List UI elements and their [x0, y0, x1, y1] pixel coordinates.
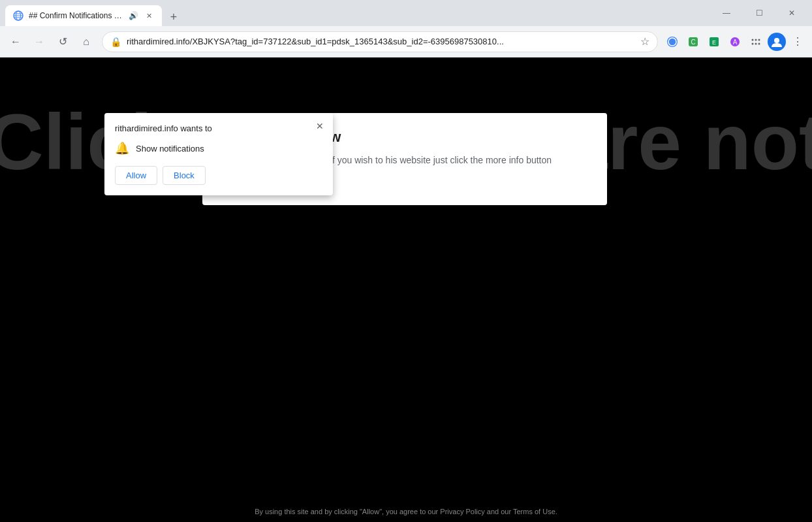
- url-text: rithardimired.info/XBJKYSA?tag_id=737122…: [127, 37, 635, 46]
- window-controls: — ☐ ✕: [711, 3, 807, 24]
- extension-4[interactable]: A: [726, 33, 744, 51]
- browser-menu-button[interactable]: ⋮: [789, 33, 807, 51]
- refresh-button[interactable]: ↺: [52, 31, 73, 52]
- home-button[interactable]: ⌂: [76, 31, 97, 52]
- svg-point-14: [758, 39, 760, 41]
- block-button[interactable]: Block: [163, 166, 206, 185]
- bell-icon: 🔔: [115, 141, 129, 155]
- active-tab[interactable]: ## Confirm Notifications ## 🔊 ✕: [5, 5, 162, 26]
- popup-close-button[interactable]: ✕: [312, 118, 328, 134]
- tab-close-button[interactable]: ✕: [144, 10, 154, 21]
- address-bar[interactable]: 🔒 rithardimired.info/XBJKYSA?tag_id=7371…: [102, 31, 658, 52]
- footer-text: By using this site and by clicking "Allo…: [255, 508, 557, 515]
- notification-popup: ✕ rithardimired.info wants to 🔔 Show not…: [104, 113, 333, 195]
- webpage: Click ou are not close this window close…: [0, 57, 812, 522]
- svg-point-17: [758, 42, 760, 44]
- back-button[interactable]: ←: [5, 31, 26, 52]
- extension-3[interactable]: E: [705, 33, 723, 51]
- popup-title: rithardimired.info wants to: [115, 123, 322, 133]
- tab-audio-icon: 🔊: [128, 10, 138, 21]
- browser-window: ## Confirm Notifications ## 🔊 ✕ + — ☐ ✕ …: [0, 0, 812, 522]
- title-bar: ## Confirm Notifications ## 🔊 ✕ + — ☐ ✕: [0, 0, 812, 26]
- svg-point-18: [774, 38, 779, 43]
- svg-point-13: [755, 39, 757, 41]
- svg-point-12: [752, 39, 754, 41]
- svg-point-15: [752, 42, 754, 44]
- popup-buttons: Allow Block: [115, 166, 322, 185]
- nav-bar: ← → ↺ ⌂ 🔒 rithardimired.info/XBJKYSA?tag…: [0, 26, 812, 57]
- tab-favicon: [13, 10, 23, 21]
- popup-permission-row: 🔔 Show notifications: [115, 141, 322, 155]
- allow-button[interactable]: Allow: [115, 166, 157, 185]
- close-button[interactable]: ✕: [777, 3, 807, 24]
- extension-1[interactable]: [663, 33, 681, 51]
- minimize-button[interactable]: —: [711, 3, 742, 24]
- svg-point-16: [755, 42, 757, 44]
- tab-title: ## Confirm Notifications ##: [29, 11, 123, 20]
- tab-bar: ## Confirm Notifications ## 🔊 ✕ +: [5, 0, 709, 26]
- lock-icon: 🔒: [110, 37, 121, 47]
- extensions-menu[interactable]: [747, 33, 765, 51]
- permission-label: Show notifications: [136, 144, 204, 154]
- svg-text:A: A: [733, 39, 738, 46]
- extensions-area: C E A ⋮: [663, 33, 807, 51]
- bookmark-icon[interactable]: ☆: [640, 35, 649, 48]
- forward-button[interactable]: →: [29, 31, 50, 52]
- profile-button[interactable]: [768, 33, 786, 51]
- extension-2[interactable]: C: [684, 33, 702, 51]
- maximize-button[interactable]: ☐: [744, 3, 774, 24]
- svg-text:C: C: [691, 39, 695, 46]
- svg-text:E: E: [712, 39, 716, 46]
- new-tab-button[interactable]: +: [164, 8, 183, 26]
